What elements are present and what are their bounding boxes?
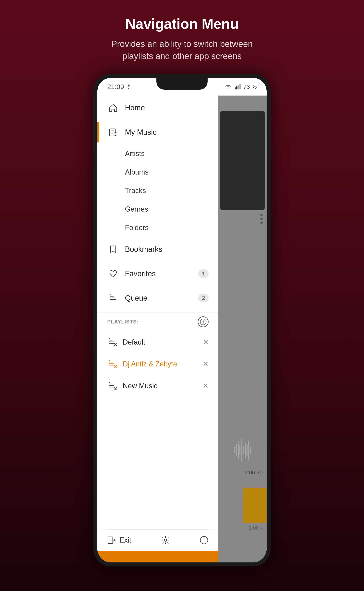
nav-item-queue[interactable]: Queue 2 <box>98 286 218 310</box>
home-icon <box>107 102 119 114</box>
svg-point-0 <box>128 88 129 89</box>
screen-content: Home My Music Ar <box>98 95 266 562</box>
nav-item-favorites[interactable]: Favorites 1 <box>98 262 218 286</box>
playlist-dj-antiz-close[interactable]: ✕ <box>203 360 208 368</box>
playlist-new-music-label: New Music <box>123 382 203 390</box>
status-icons: 73 % <box>224 83 257 90</box>
add-playlist-button[interactable] <box>198 316 208 327</box>
queue-icon <box>107 292 119 304</box>
exit-label: Exit <box>119 536 131 544</box>
svg-point-12 <box>164 539 167 541</box>
playlists-label: PLAYLISTS: <box>107 319 198 325</box>
playlist-item-dj-antiz[interactable]: Dj Antiz & Zebyte ✕ <box>98 353 218 375</box>
settings-button[interactable] <box>161 536 170 545</box>
orange-strip <box>98 551 218 562</box>
playlist-new-music-icon <box>107 380 118 391</box>
nav-icon <box>126 84 131 89</box>
page-title: Navigation Menu <box>111 16 253 32</box>
tracks-label: Tracks <box>125 187 146 195</box>
favorites-icon <box>107 268 119 280</box>
page-header: Navigation Menu Provides an ability to s… <box>111 16 253 62</box>
wifi-icon <box>224 84 232 89</box>
waveform <box>218 436 266 464</box>
playlist-active-icon <box>107 359 118 369</box>
phone-frame: 21:09 73 % <box>93 74 271 566</box>
nav-sub-item-genres[interactable]: Genres <box>98 200 218 218</box>
nav-sub-item-artists[interactable]: Artists <box>98 144 218 163</box>
settings-icon <box>161 536 170 545</box>
exit-button[interactable]: Exit <box>107 536 131 545</box>
favorites-label: Favorites <box>125 269 156 278</box>
nav-drawer: Home My Music Ar <box>98 95 218 562</box>
page-subtitle: Provides an ability to switch betweenpla… <box>111 38 253 62</box>
app-background: 2:06:30 1.00 x <box>218 95 266 562</box>
playlists-header: PLAYLISTS: <box>98 312 218 331</box>
time-display: 2:06:30 <box>244 470 263 476</box>
playlist-default-close[interactable]: ✕ <box>203 338 208 346</box>
home-label: Home <box>125 104 145 112</box>
more-menu-button[interactable] <box>260 214 263 224</box>
bookmarks-label: Bookmarks <box>125 245 162 254</box>
album-art <box>220 111 265 210</box>
nav-sub-item-albums[interactable]: Albums <box>98 163 218 181</box>
playlist-item-default[interactable]: Default ✕ <box>98 331 218 353</box>
favorites-badge: 1 <box>198 269 208 278</box>
svg-rect-3 <box>238 85 239 89</box>
bookmarks-icon <box>107 243 119 255</box>
svg-rect-1 <box>235 87 236 89</box>
info-button[interactable] <box>200 536 208 545</box>
orange-block <box>243 488 266 523</box>
queue-badge: 2 <box>198 294 208 302</box>
nav-spacer <box>98 397 218 529</box>
phone-screen: 21:09 73 % <box>98 78 266 562</box>
signal-icon <box>235 84 241 89</box>
svg-rect-4 <box>240 84 241 89</box>
status-time: 21:09 <box>107 83 131 91</box>
nav-sub-item-tracks[interactable]: Tracks <box>98 181 218 200</box>
my-music-icon <box>107 126 119 138</box>
playlist-new-music-close[interactable]: ✕ <box>203 382 208 390</box>
notch <box>156 78 208 90</box>
folders-label: Folders <box>125 224 149 232</box>
nav-item-my-music[interactable]: My Music <box>98 120 218 144</box>
nav-item-home[interactable]: Home <box>98 95 218 120</box>
albums-label: Albums <box>125 168 149 176</box>
playlist-icon <box>107 337 118 348</box>
nav-item-bookmarks[interactable]: Bookmarks <box>98 237 218 262</box>
bottom-bar: Exit <box>98 530 218 551</box>
svg-rect-2 <box>236 86 237 89</box>
battery-level: 73 % <box>243 83 257 90</box>
my-music-label: My Music <box>125 128 156 136</box>
playlist-default-label: Default <box>123 338 203 346</box>
info-icon <box>200 536 208 545</box>
artists-label: Artists <box>125 149 145 158</box>
queue-label: Queue <box>125 294 147 302</box>
svg-point-14 <box>204 538 204 539</box>
nav-sub-item-folders[interactable]: Folders <box>98 218 218 237</box>
speed-display: 1.00 x <box>249 525 263 531</box>
playlist-dj-antiz-label: Dj Antiz & Zebyte <box>123 360 203 368</box>
exit-icon <box>107 536 116 545</box>
genres-label: Genres <box>125 205 148 213</box>
playlist-item-new-music[interactable]: New Music ✕ <box>98 375 218 397</box>
status-bar: 21:09 73 % <box>98 78 266 95</box>
